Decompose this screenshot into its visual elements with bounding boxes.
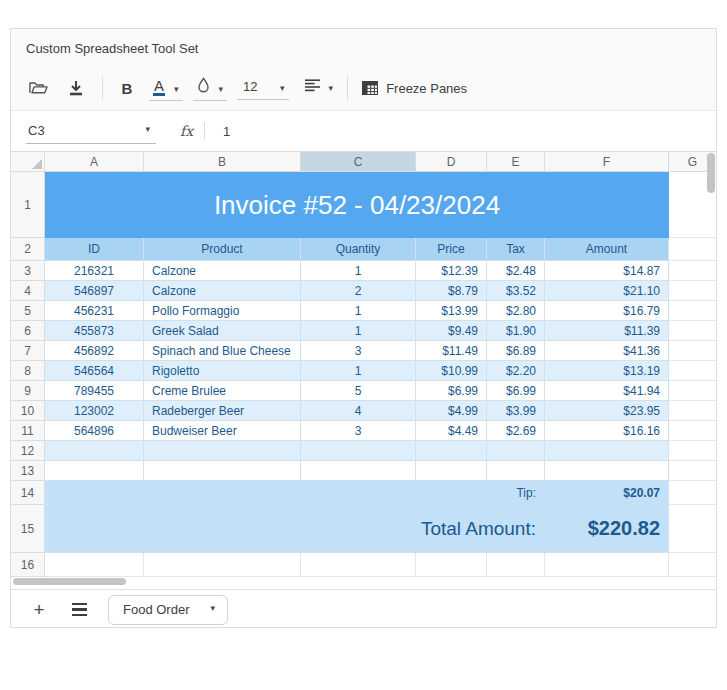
cell-E6[interactable]: $1.90 [487,321,545,341]
formula-input[interactable]: 1 [223,124,716,139]
row-header-1[interactable]: 1 [11,172,45,238]
add-sheet-button[interactable]: + [26,599,52,621]
row-header-14[interactable]: 14 [11,481,45,505]
import-button[interactable] [64,73,88,103]
row-header-6[interactable]: 6 [11,321,45,341]
cell-G13[interactable] [669,461,717,481]
sheet-list-button[interactable] [66,603,92,617]
cell-C11[interactable]: 3 [301,421,416,441]
cell-F12[interactable] [545,441,669,461]
cell-E3[interactable]: $2.48 [487,261,545,281]
total-value-cell[interactable]: $220.82 [545,505,669,553]
horizontal-scrollbar[interactable] [13,578,126,585]
cell-B12[interactable] [144,441,301,461]
cell-A3[interactable]: 216321 [45,261,144,281]
cell-D12[interactable] [416,441,487,461]
column-header-D[interactable]: D [416,152,487,172]
column-header-B[interactable]: B [144,152,301,172]
vertical-scrollbar[interactable] [707,153,715,193]
cell-A2[interactable]: ID [45,238,144,261]
sheet-tab-food-order[interactable]: Food Order ▾ [108,595,228,625]
cell-B2[interactable]: Product [144,238,301,261]
cell-F4[interactable]: $21.10 [545,281,669,301]
cell-B9[interactable]: Creme Brulee [144,381,301,401]
row-header-5[interactable]: 5 [11,301,45,321]
cell-C13[interactable] [301,461,416,481]
row-header-3[interactable]: 3 [11,261,45,281]
cell-D2[interactable]: Price [416,238,487,261]
invoice-title-cell[interactable]: Invoice #52 - 04/23/2024 [45,172,669,238]
cell-G2[interactable] [669,238,717,261]
cell-A13[interactable] [45,461,144,481]
cell-A9[interactable]: 789455 [45,381,144,401]
cell-D13[interactable] [416,461,487,481]
cell-D7[interactable]: $11.49 [416,341,487,361]
cell-E16[interactable] [487,553,545,577]
cell-D8[interactable]: $10.99 [416,361,487,381]
cell-D16[interactable] [416,553,487,577]
cell-D11[interactable]: $4.49 [416,421,487,441]
column-header-C[interactable]: C [301,152,416,172]
cell-B3[interactable]: Calzone [144,261,301,281]
cell-D10[interactable]: $4.99 [416,401,487,421]
cell-reference-box[interactable]: C3 ▾ [26,119,156,144]
cell-A8[interactable]: 546564 [45,361,144,381]
cell-G10[interactable] [669,401,717,421]
cell-A7[interactable]: 456892 [45,341,144,361]
bold-button[interactable]: B [117,73,137,103]
cell-B14[interactable] [144,481,301,505]
cell-B4[interactable]: Calzone [144,281,301,301]
cell-F11[interactable]: $16.16 [545,421,669,441]
cell-F5[interactable]: $16.79 [545,301,669,321]
row-header-11[interactable]: 11 [11,421,45,441]
cell-F3[interactable]: $14.87 [545,261,669,281]
cell-G11[interactable] [669,421,717,441]
cell-G8[interactable] [669,361,717,381]
cell-F2[interactable]: Amount [545,238,669,261]
cell-C5[interactable]: 1 [301,301,416,321]
cell-A10[interactable]: 123002 [45,401,144,421]
cell-E10[interactable]: $3.99 [487,401,545,421]
cell-B13[interactable] [144,461,301,481]
cell-A5[interactable]: 456231 [45,301,144,321]
cell-D5[interactable]: $13.99 [416,301,487,321]
total-label-cell[interactable]: Total Amount: [45,505,545,553]
cell-C6[interactable]: 1 [301,321,416,341]
cell-G15[interactable] [669,505,717,553]
cell-E4[interactable]: $3.52 [487,281,545,301]
row-header-7[interactable]: 7 [11,341,45,361]
cell-B11[interactable]: Budweiser Beer [144,421,301,441]
fill-color-dropdown[interactable]: ▾ [193,75,228,101]
tip-value-cell[interactable]: $20.07 [545,481,669,505]
column-header-A[interactable]: A [45,152,144,172]
cell-A12[interactable] [45,441,144,461]
cell-E11[interactable]: $2.69 [487,421,545,441]
cell-G12[interactable] [669,441,717,461]
cell-C10[interactable]: 4 [301,401,416,421]
row-header-15[interactable]: 15 [11,505,45,553]
row-header-9[interactable]: 9 [11,381,45,401]
font-color-dropdown[interactable]: A ▾ [149,76,183,101]
tip-label-cell[interactable]: Tip: [487,481,545,505]
cell-D4[interactable]: $8.79 [416,281,487,301]
align-dropdown[interactable]: ▾ [301,77,338,100]
column-header-E[interactable]: E [487,152,545,172]
row-header-13[interactable]: 13 [11,461,45,481]
cell-A14[interactable] [45,481,144,505]
cell-D9[interactable]: $6.99 [416,381,487,401]
font-size-dropdown[interactable]: 12 ▾ [237,77,289,100]
column-header-F[interactable]: F [545,152,669,172]
cell-G5[interactable] [669,301,717,321]
cell-C8[interactable]: 1 [301,361,416,381]
row-header-4[interactable]: 4 [11,281,45,301]
cell-F13[interactable] [545,461,669,481]
cell-C9[interactable]: 5 [301,381,416,401]
row-header-2[interactable]: 2 [11,238,45,261]
cell-G16[interactable] [669,553,717,577]
cell-C2[interactable]: Quantity [301,238,416,261]
cell-E5[interactable]: $2.80 [487,301,545,321]
cell-C16[interactable] [301,553,416,577]
cell-G6[interactable] [669,321,717,341]
cell-E2[interactable]: Tax [487,238,545,261]
cell-E8[interactable]: $2.20 [487,361,545,381]
